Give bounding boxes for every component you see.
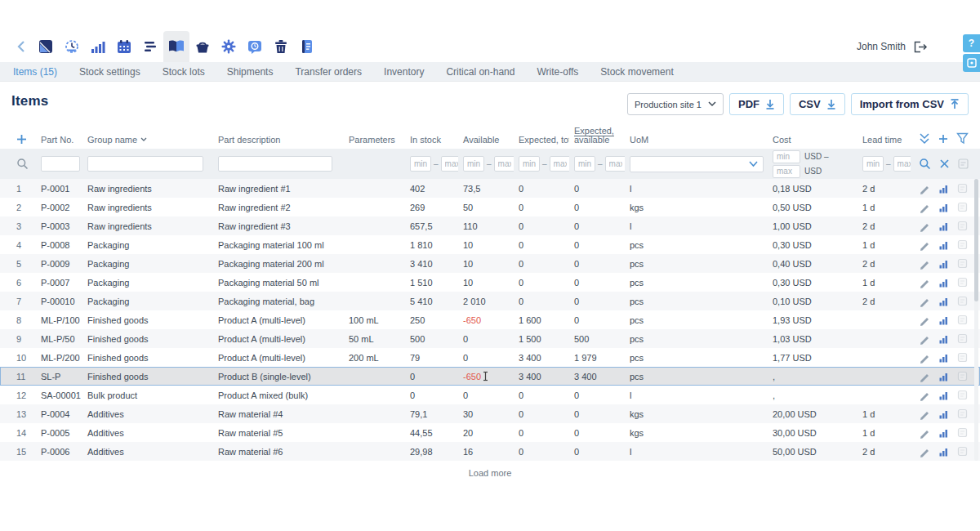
row-number-link[interactable]: 9 [16, 334, 21, 344]
table-row[interactable]: 5 P-0009 Packaging Packaging material 20… [0, 254, 980, 273]
copy-item-icon[interactable] [957, 277, 968, 288]
cost-link[interactable]: 1,00 USD [773, 221, 812, 231]
part-description-link[interactable]: Product A mixed (bulk) [218, 390, 308, 400]
expected-available-link[interactable]: 3 400 [574, 372, 597, 382]
edit-pencil-icon[interactable] [919, 446, 930, 457]
table-row[interactable]: 7 P-00010 Packaging Packaging material, … [0, 292, 980, 310]
cost-link[interactable]: , [773, 372, 775, 382]
edit-pencil-icon[interactable] [919, 427, 930, 439]
copy-item-icon[interactable] [957, 352, 968, 363]
expected-available-link[interactable]: 500 [574, 334, 589, 344]
part-no-link[interactable]: P-0007 [41, 278, 69, 288]
expected-available-link[interactable]: 1 979 [574, 353, 597, 363]
tab-stock-settings[interactable]: Stock settings [79, 66, 140, 78]
part-description-link[interactable]: Raw material #4 [218, 409, 283, 419]
statistics-icon[interactable] [85, 31, 111, 62]
edit-pencil-icon[interactable] [919, 221, 930, 232]
header-expected-total[interactable]: Expected, total [519, 135, 569, 145]
edit-pencil-icon[interactable] [919, 277, 930, 288]
expected-total-link[interactable]: 0 [519, 259, 523, 269]
header-lead-time[interactable]: Lead time [862, 135, 902, 145]
statistics-chart-icon[interactable] [938, 221, 949, 231]
copy-item-icon[interactable] [957, 390, 968, 400]
filter-lead-time-max[interactable] [893, 156, 911, 172]
filter-available-max[interactable] [494, 156, 514, 172]
part-description-link[interactable]: Packaging material, bag [218, 297, 314, 306]
apply-search-icon[interactable] [919, 158, 931, 170]
row-number-link[interactable]: 13 [16, 409, 26, 419]
part-description-link[interactable]: Raw ingredient #2 [218, 203, 291, 212]
header-in-stock[interactable]: In stock [410, 135, 441, 145]
part-no-link[interactable]: SL-P [41, 372, 60, 382]
part-no-link[interactable]: P-0002 [41, 203, 69, 212]
table-row[interactable]: 1 P-0001 Raw ingredients Raw ingredient … [0, 179, 980, 198]
expected-total-link[interactable]: 0 [519, 428, 523, 438]
expected-available-link[interactable]: 0 [574, 297, 579, 306]
header-part-description[interactable]: Part description [218, 135, 280, 145]
expected-total-link[interactable]: 0 [519, 297, 523, 306]
expected-available-link[interactable]: 0 [574, 240, 579, 250]
copy-item-icon[interactable] [957, 408, 968, 419]
statistics-chart-icon[interactable] [938, 202, 949, 212]
cost-link[interactable]: 1,03 USD [773, 334, 812, 344]
clear-filter-icon[interactable] [939, 158, 950, 169]
statistics-chart-icon[interactable] [938, 446, 949, 457]
part-description-link[interactable]: Raw material #5 [218, 428, 283, 438]
edit-pencil-icon[interactable] [919, 239, 930, 251]
expected-total-link[interactable]: 0 [519, 203, 523, 212]
table-row[interactable]: 8 ML-P/100 Finished goods Product A (mul… [0, 310, 980, 329]
cost-link[interactable]: 0,10 USD [773, 297, 812, 306]
table-row[interactable]: 3 P-0003 Raw ingredients Raw ingredient … [0, 216, 980, 235]
copy-item-icon[interactable] [957, 446, 968, 457]
table-row[interactable]: 11 SL-P Finished goods Product B (single… [0, 367, 980, 386]
part-no-link[interactable]: P-0001 [41, 184, 69, 194]
row-number-link[interactable]: 14 [16, 428, 26, 438]
filter-in-stock-max[interactable] [441, 156, 458, 172]
expected-total-link[interactable]: 0 [519, 390, 523, 400]
calendar-icon[interactable] [111, 31, 137, 62]
statistics-chart-icon[interactable] [938, 258, 949, 269]
procurement-basket-icon[interactable] [189, 31, 216, 62]
settings-gear-icon[interactable] [216, 31, 242, 62]
filter-part-description-input[interactable] [218, 156, 332, 172]
trash-bin-icon[interactable] [268, 31, 294, 62]
header-group-name[interactable]: Group name [87, 135, 137, 145]
statistics-chart-icon[interactable] [938, 277, 949, 288]
filter-part-no-input[interactable] [41, 156, 80, 172]
table-row[interactable]: 13 P-0004 Additives Raw material #4 79,1… [0, 404, 980, 423]
copy-item-icon[interactable] [957, 202, 968, 212]
expected-total-link[interactable]: 0 [519, 409, 523, 419]
edit-pencil-icon[interactable] [919, 408, 930, 420]
row-number-link[interactable]: 4 [16, 240, 21, 250]
expected-available-link[interactable]: 0 [574, 447, 579, 457]
copy-item-icon[interactable] [957, 239, 968, 250]
cost-link[interactable]: 0,30 USD [773, 240, 812, 250]
tab-transfer-orders[interactable]: Transfer orders [295, 66, 362, 78]
vertical-scrollbar[interactable] [974, 179, 978, 461]
clock-sync-icon[interactable] [59, 31, 85, 62]
row-number-link[interactable]: 3 [16, 221, 21, 231]
tab-inventory[interactable]: Inventory [384, 66, 424, 78]
part-no-link[interactable]: ML-P/50 [41, 334, 75, 344]
expected-available-link[interactable]: 0 [574, 221, 579, 231]
cost-link[interactable]: 1,93 USD [773, 315, 812, 325]
row-number-link[interactable]: 8 [16, 315, 21, 325]
edit-pencil-icon[interactable] [919, 296, 930, 307]
feedback-button[interactable] [963, 54, 980, 72]
part-no-link[interactable]: P-00010 [41, 297, 75, 306]
part-no-link[interactable]: ML-P/200 [41, 353, 80, 363]
part-no-link[interactable]: P-0003 [41, 221, 69, 231]
cost-link[interactable]: 0,30 USD [773, 278, 812, 288]
cost-link[interactable]: 0,18 USD [773, 184, 812, 194]
part-description-link[interactable]: Product A (multi-level) [218, 315, 305, 325]
header-uom[interactable]: UoM [630, 135, 648, 145]
back-chevron-icon[interactable] [11, 31, 33, 62]
pdf-button[interactable]: PDF [729, 93, 784, 115]
edit-pencil-icon[interactable] [919, 371, 930, 382]
edit-pencil-icon[interactable] [919, 258, 930, 270]
expected-available-link[interactable]: 0 [574, 203, 579, 212]
edit-pencil-icon[interactable] [919, 202, 930, 213]
cost-link[interactable]: 0,40 USD [773, 259, 812, 269]
edit-pencil-icon[interactable] [919, 333, 930, 345]
part-no-link[interactable]: SA-00001 [41, 390, 81, 400]
